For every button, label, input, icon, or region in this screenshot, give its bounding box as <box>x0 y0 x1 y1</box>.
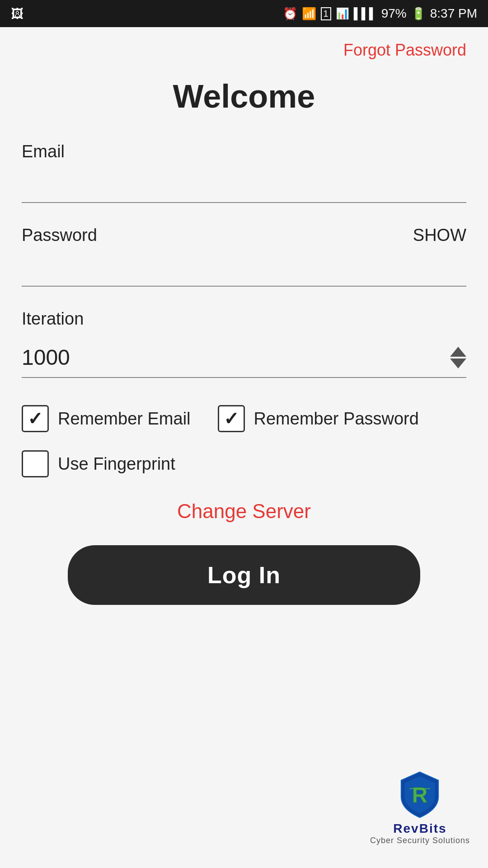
remember-password-item[interactable]: ✓ Remember Password <box>218 405 419 432</box>
email-label: Email <box>22 142 65 161</box>
photo-icon: 🖼 <box>11 6 23 21</box>
remember-password-checkmark: ✓ <box>224 410 239 428</box>
iteration-group: Iteration 1000 <box>22 309 466 378</box>
wifi-icon: 📶 <box>302 7 316 21</box>
iteration-down-arrow[interactable] <box>450 359 466 368</box>
time-display: 8:37 PM <box>430 6 477 21</box>
status-bar-right: ⏰ 📶 1 📊 ▌▌▌ 97% 🔋 8:37 PM <box>283 6 477 21</box>
iteration-label: Iteration <box>22 309 466 329</box>
change-server-link[interactable]: Change Server <box>177 500 311 523</box>
iteration-stepper[interactable] <box>450 347 466 368</box>
email-input[interactable] <box>22 169 466 203</box>
use-fingerprint-label: Use Fingerprint <box>58 454 175 474</box>
remember-password-checkbox[interactable]: ✓ <box>218 405 245 432</box>
revbits-shield-icon: R <box>395 770 445 820</box>
svg-text:R: R <box>412 783 427 807</box>
password-field-group: Password SHOW <box>22 226 466 287</box>
change-server-row: Change Server <box>22 500 466 523</box>
alarm-icon: ⏰ <box>283 7 297 21</box>
remember-email-checkbox[interactable]: ✓ <box>22 405 49 432</box>
battery-icon: 🔋 <box>411 7 426 21</box>
main-content: Forgot Password Welcome Email Password S… <box>0 27 488 868</box>
login-button-row: Log In <box>22 545 466 605</box>
checkboxes-section: ✓ Remember Email ✓ Remember Password Use… <box>22 405 466 477</box>
password-label-row: Password SHOW <box>22 226 466 245</box>
revbits-tagline: Cyber Security Solutions <box>370 836 470 845</box>
status-bar: 🖼 ⏰ 📶 1 📊 ▌▌▌ 97% 🔋 8:37 PM <box>0 0 488 27</box>
remember-email-checkmark: ✓ <box>28 410 43 428</box>
show-password-button[interactable]: SHOW <box>413 226 466 245</box>
forgot-password-row: Forgot Password <box>22 41 466 60</box>
remember-email-item[interactable]: ✓ Remember Email <box>22 405 191 432</box>
status-bar-left: 🖼 <box>11 6 23 21</box>
password-input[interactable] <box>22 252 466 287</box>
sim-icon: 1 <box>321 7 331 20</box>
use-fingerprint-checkbox[interactable] <box>22 450 49 477</box>
revbits-name: RevBits <box>393 821 446 836</box>
revbits-branding: R RevBits Cyber Security Solutions <box>370 770 470 845</box>
signal-icon: 📊 <box>336 7 349 20</box>
iteration-value: 1000 <box>22 345 70 370</box>
remember-password-label: Remember Password <box>254 409 419 429</box>
remember-options-row: ✓ Remember Email ✓ Remember Password <box>22 405 466 432</box>
iteration-up-arrow[interactable] <box>450 347 466 357</box>
use-fingerprint-item[interactable]: Use Fingerprint <box>22 450 175 477</box>
remember-email-label: Remember Email <box>58 409 191 429</box>
battery-percent: 97% <box>381 6 407 21</box>
signal-bars-icon: ▌▌▌ <box>354 7 377 20</box>
email-label-row: Email <box>22 142 466 161</box>
fingerprint-row: Use Fingerprint <box>22 450 466 477</box>
welcome-title: Welcome <box>22 78 466 115</box>
forgot-password-link[interactable]: Forgot Password <box>343 41 466 60</box>
email-field-group: Email <box>22 142 466 203</box>
password-label: Password <box>22 226 97 245</box>
iteration-row: 1000 <box>22 338 466 378</box>
login-button[interactable]: Log In <box>68 545 420 605</box>
